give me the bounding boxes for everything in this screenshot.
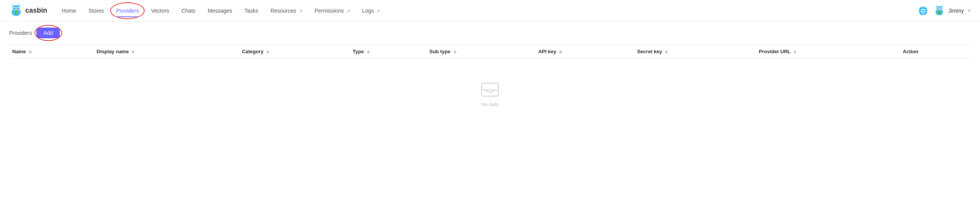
- col-secret-key[interactable]: Secret key: [634, 45, 756, 59]
- logs-external-icon: ↗: [376, 9, 380, 13]
- nav-item-messages[interactable]: Messages: [202, 5, 238, 17]
- svg-point-15: [937, 8, 939, 9]
- providers-header-row: Providers Add: [9, 28, 971, 38]
- logo-icon: [9, 4, 23, 18]
- sort-icon-category: [266, 50, 269, 54]
- logo[interactable]: casbin: [9, 4, 47, 18]
- col-action: Action: [900, 45, 971, 59]
- sort-icon-api-key: [559, 50, 562, 54]
- nav-item-tasks[interactable]: Tasks: [239, 5, 264, 17]
- sort-icon-name: [29, 50, 32, 54]
- user-name-label: Jimmy: [949, 8, 964, 14]
- table-body: No data: [9, 59, 971, 131]
- nav-item-stores[interactable]: Stores: [83, 5, 109, 17]
- language-globe-icon[interactable]: 🌐: [918, 5, 929, 16]
- svg-rect-18: [482, 90, 498, 96]
- main-header: casbin Home Stores Providers Vectors Cha…: [0, 0, 980, 21]
- col-type[interactable]: Type: [350, 45, 426, 59]
- providers-table-container: Name Display name Category Type: [9, 44, 971, 130]
- sort-icon-provider-url: [794, 50, 797, 54]
- nav-item-providers[interactable]: Providers: [111, 5, 144, 17]
- table-header: Name Display name Category Type: [9, 45, 971, 59]
- logo-text: casbin: [25, 7, 47, 15]
- svg-point-7: [17, 8, 18, 9]
- col-api-key[interactable]: API key: [535, 45, 634, 59]
- add-provider-button[interactable]: Add: [36, 28, 60, 38]
- providers-table: Name Display name Category Type: [9, 45, 971, 130]
- nav-item-home[interactable]: Home: [56, 5, 81, 17]
- col-category[interactable]: Category: [239, 45, 350, 59]
- nav-item-vectors[interactable]: Vectors: [146, 5, 175, 17]
- resources-external-icon: ↗: [299, 9, 302, 13]
- empty-state-cell: No data: [9, 59, 971, 131]
- nav-item-providers-wrapper: Providers: [111, 5, 144, 17]
- nav-item-chats[interactable]: Chats: [176, 5, 201, 17]
- svg-rect-19: [482, 83, 498, 90]
- page-content: Providers Add Name Display name: [0, 21, 980, 136]
- svg-marker-12: [941, 5, 943, 7]
- no-data-inbox-icon: [480, 82, 500, 98]
- col-sub-type[interactable]: Sub type: [426, 45, 535, 59]
- providers-section-label: Providers: [9, 30, 32, 36]
- user-avatar-icon: [933, 5, 945, 17]
- no-data-text: No data: [481, 102, 499, 107]
- col-provider-url[interactable]: Provider URL: [756, 45, 899, 59]
- col-display-name[interactable]: Display name: [94, 45, 239, 59]
- empty-state-row: No data: [9, 59, 971, 131]
- svg-marker-11: [935, 5, 938, 7]
- sort-icon-display-name: [132, 50, 135, 54]
- user-menu-chevron-icon: ∨: [968, 8, 971, 13]
- add-button-wrapper: Add: [36, 28, 60, 38]
- sort-icon-sub-type: [454, 50, 457, 54]
- header-right: 🌐 Jimmy ∨: [918, 5, 971, 17]
- svg-point-6: [14, 8, 15, 9]
- sort-icon-secret-key: [665, 50, 668, 54]
- col-name[interactable]: Name: [9, 45, 94, 59]
- user-menu[interactable]: Jimmy ∨: [933, 5, 971, 17]
- nav-item-logs[interactable]: Logs ↗: [357, 5, 385, 17]
- permissions-external-icon: ↗: [346, 9, 350, 13]
- svg-marker-2: [12, 4, 14, 6]
- svg-point-16: [940, 8, 941, 9]
- nav-item-resources[interactable]: Resources ↗: [265, 5, 308, 17]
- main-nav: Home Stores Providers Vectors Chats Mess…: [56, 5, 918, 17]
- sort-icon-type: [367, 50, 370, 54]
- table-header-row: Name Display name Category Type: [9, 45, 971, 59]
- no-data-area: No data: [9, 59, 971, 130]
- nav-item-permissions[interactable]: Permissions ↗: [309, 5, 355, 17]
- svg-marker-3: [18, 4, 20, 6]
